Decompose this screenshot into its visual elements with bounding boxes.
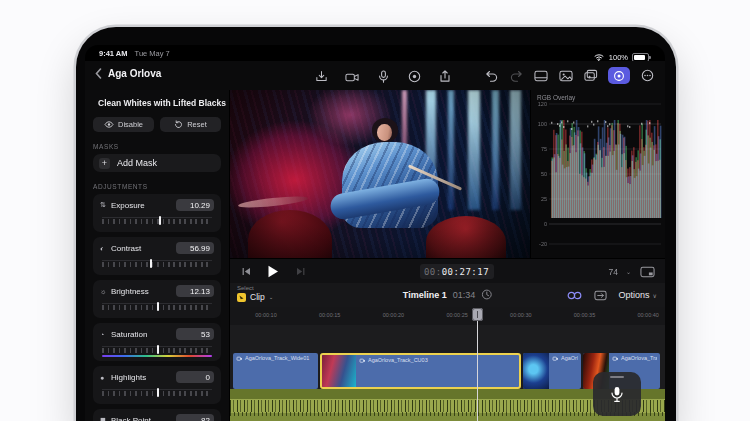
ruler-label: 00:00:10 bbox=[255, 312, 276, 318]
plus-icon: + bbox=[99, 158, 110, 169]
transport-bar: 00:00:27:17 74 ⌄ bbox=[230, 258, 665, 284]
timeline-clip[interactable]: AgaOrlova_Track_Wide01 bbox=[233, 353, 318, 389]
adjustment-value[interactable]: 56.99 bbox=[176, 242, 214, 254]
tool-selector[interactable]: Select Clip ⌄ bbox=[237, 285, 273, 302]
browser-button[interactable] bbox=[533, 68, 549, 84]
timecode-value: 00:27:17 bbox=[442, 267, 489, 277]
adjustment-slider-exposure[interactable] bbox=[100, 217, 214, 227]
ipad-device-frame: 9:41 AM Tue May 7 100% Aga Orlova bbox=[76, 27, 676, 421]
ruler-label: 00:00:15 bbox=[319, 312, 340, 318]
more-options-button[interactable] bbox=[639, 68, 655, 84]
svg-text:25: 25 bbox=[541, 196, 547, 202]
timeline-clip[interactable]: AgaOrlova_Track bbox=[523, 353, 581, 389]
adjustment-name: Contrast bbox=[111, 244, 176, 253]
import-media-button[interactable] bbox=[313, 68, 329, 84]
adjustment-contrast: ◐ Contrast 56.99 bbox=[93, 237, 221, 275]
svg-text:120: 120 bbox=[538, 101, 547, 107]
microphone-icon bbox=[610, 386, 624, 403]
adjustment-slider-saturation[interactable] bbox=[100, 346, 214, 356]
reset-button[interactable]: Reset bbox=[160, 117, 221, 132]
adjustment-slider-brightness[interactable] bbox=[100, 303, 214, 313]
disable-label: Disable bbox=[118, 120, 143, 129]
svg-text:75: 75 bbox=[541, 146, 547, 152]
microphone-button[interactable] bbox=[375, 68, 391, 84]
adjustment-slider-contrast[interactable] bbox=[100, 260, 214, 270]
status-time: 9:41 AM bbox=[99, 49, 127, 58]
video-viewer[interactable] bbox=[230, 90, 530, 258]
duration-clock-icon bbox=[481, 289, 492, 300]
highlights-icon: ● bbox=[100, 374, 111, 381]
contrast-icon: ◐ bbox=[100, 245, 111, 252]
loop-playback-icon[interactable] bbox=[567, 287, 583, 303]
adjustment-brightness: ☼ Brightness 12.13 bbox=[93, 280, 221, 318]
redo-button[interactable] bbox=[508, 68, 524, 84]
waveform-scope-plot: 1201007550250-20 bbox=[531, 90, 665, 258]
timecode-hours: 00: bbox=[424, 267, 442, 277]
tool-name: Clip bbox=[250, 292, 265, 302]
svg-text:100: 100 bbox=[538, 121, 547, 127]
adjustment-name: Saturation bbox=[111, 330, 176, 339]
adjustment-value[interactable]: 53 bbox=[176, 328, 214, 340]
color-inspector-panel: Clean Whites with Lifted Blacks Disable … bbox=[85, 90, 230, 421]
timeline-duration: 01:34 bbox=[453, 290, 476, 300]
timecode-display[interactable]: 00:00:27:17 bbox=[420, 264, 494, 279]
adjustment-value[interactable]: 0 bbox=[176, 371, 214, 383]
options-button[interactable]: Options ∨ bbox=[619, 290, 657, 300]
adjustment-slider-highlights[interactable] bbox=[100, 389, 214, 399]
clip-label: AgaOrlova_Track_CU03 bbox=[359, 357, 516, 363]
svg-text:0: 0 bbox=[544, 221, 547, 227]
adjustment-name: Brightness bbox=[111, 287, 176, 296]
final-cut-pro-screen: 9:41 AM Tue May 7 100% Aga Orlova bbox=[85, 45, 665, 421]
adjustment-value[interactable]: 82 bbox=[176, 414, 214, 421]
adjustment-saturation: ◔ Saturation 53 bbox=[93, 323, 221, 361]
adjustment-name: Black Point bbox=[111, 416, 176, 421]
timeline-clip-selected[interactable]: AgaOrlova_Track_CU03 bbox=[320, 353, 521, 389]
adjustment-value[interactable]: 12.13 bbox=[176, 285, 214, 297]
ruler-label: 00:00:20 bbox=[383, 312, 404, 318]
ruler-label: 00:00:30 bbox=[510, 312, 531, 318]
svg-text:50: 50 bbox=[541, 171, 547, 177]
record-button[interactable] bbox=[406, 68, 422, 84]
adjustment-exposure: ⇅ Exposure 10.29 bbox=[93, 194, 221, 232]
clip-browser-icon[interactable] bbox=[593, 287, 609, 303]
display-output-button[interactable] bbox=[639, 264, 655, 280]
saturation-spectrum bbox=[102, 355, 212, 357]
ruler-label: 00:00:25 bbox=[446, 312, 467, 318]
camera-button[interactable] bbox=[344, 68, 360, 84]
media-button[interactable] bbox=[558, 68, 574, 84]
playhead-handle[interactable] bbox=[472, 308, 483, 321]
clip-label: AgaOrlova_Track bbox=[612, 355, 657, 361]
viewer-zoom-level[interactable]: 74 bbox=[609, 267, 618, 277]
status-bar: 9:41 AM Tue May 7 100% bbox=[85, 45, 665, 61]
previous-frame-button[interactable] bbox=[238, 264, 254, 280]
adjustment-value[interactable]: 10.29 bbox=[176, 199, 214, 211]
disable-button[interactable]: Disable bbox=[93, 117, 154, 132]
voiceover-record-button[interactable] bbox=[593, 372, 641, 416]
saturation-icon: ◔ bbox=[100, 331, 111, 338]
effects-button[interactable] bbox=[583, 68, 599, 84]
viewer-vignette bbox=[230, 90, 530, 258]
clip-thumbnail bbox=[523, 353, 549, 389]
timeline-title[interactable]: Timeline 1 bbox=[403, 290, 447, 300]
back-button[interactable]: Aga Orlova bbox=[95, 68, 161, 79]
add-mask-label: Add Mask bbox=[117, 158, 157, 168]
timeline-panel: Select Clip ⌄ Timeline 1 01:34 bbox=[230, 283, 665, 421]
rgb-overlay-scope: RGB Overlay 1201007550250-20 bbox=[530, 90, 665, 258]
masks-section-label: MASKS bbox=[93, 143, 221, 150]
reset-icon bbox=[174, 120, 183, 129]
svg-text:-20: -20 bbox=[539, 241, 547, 247]
timeline-ruler[interactable]: 00:00:1000:00:1500:00:2000:00:2500:00:30… bbox=[230, 307, 665, 326]
next-frame-button[interactable] bbox=[292, 264, 308, 280]
preset-title: Clean Whites with Lifted Blacks bbox=[98, 98, 226, 108]
exposure-icon: ⇅ bbox=[100, 201, 111, 209]
play-button[interactable] bbox=[265, 264, 281, 280]
clip-label: AgaOrlova_Track_Wide01 bbox=[236, 355, 315, 361]
adjustment-black-point: ◼ Black Point 82 bbox=[93, 409, 221, 421]
add-mask-button[interactable]: + Add Mask bbox=[93, 154, 221, 172]
timeline-header: Select Clip ⌄ Timeline 1 01:34 bbox=[230, 283, 665, 308]
clip-thumbnail bbox=[322, 355, 356, 387]
share-button[interactable] bbox=[437, 68, 453, 84]
options-chevron-icon: ∨ bbox=[653, 292, 657, 299]
undo-button[interactable] bbox=[483, 68, 499, 84]
color-correction-button[interactable] bbox=[608, 67, 630, 84]
